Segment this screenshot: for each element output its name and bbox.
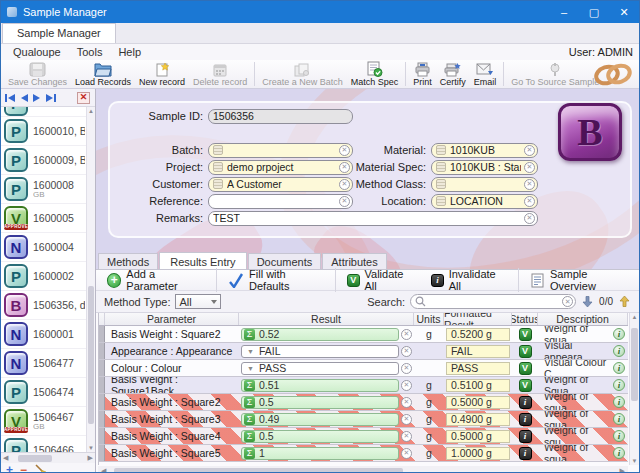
invalidate-button[interactable]: iInvalidate All xyxy=(423,270,515,290)
header-parameter[interactable]: Parameter xyxy=(105,313,239,325)
reference-field[interactable] xyxy=(208,194,353,209)
matchspec-button[interactable]: Match Spec xyxy=(347,60,403,88)
table-row[interactable]: Basis Weight : Square3Σ0.49g0.4900 giWei… xyxy=(99,411,628,428)
result-field[interactable]: Σ0.49 xyxy=(241,413,399,426)
clear-result-icon[interactable] xyxy=(401,397,412,408)
scrollbar-thumb[interactable] xyxy=(18,455,52,462)
project-field[interactable]: demo prpoject xyxy=(208,160,353,175)
sidebar-vertical-scrollbar[interactable]: ▲ ▼ xyxy=(86,107,95,452)
invalid-status-icon[interactable]: i xyxy=(519,396,532,409)
info-icon[interactable]: i xyxy=(613,362,625,374)
find-next-icon[interactable] xyxy=(581,295,594,308)
menu-help[interactable]: Help xyxy=(110,45,149,59)
search-box[interactable] xyxy=(410,294,576,309)
sidebar-horizontal-scrollbar[interactable]: ◀ ▶ xyxy=(1,452,95,463)
scroll-up-icon[interactable]: ▲ xyxy=(87,108,95,114)
result-field[interactable]: ▼FAIL xyxy=(241,345,399,358)
sample-list-item[interactable]: N1600004 xyxy=(1,233,95,262)
table-row[interactable]: Basis Weight : Square1BackΣ0.51g0.5100 g… xyxy=(99,377,628,394)
table-row[interactable]: Basis Weight : Square2Σ0.5g0.5000 giWeig… xyxy=(99,394,628,411)
grid-horizontal-scrollbar[interactable]: ◀ ▶ xyxy=(98,466,628,473)
folder-button[interactable]: Load Records xyxy=(71,60,135,88)
method-type-select[interactable]: All xyxy=(175,294,221,309)
table-row[interactable]: Appearance : Appearance▼FAILFAILVVisual … xyxy=(99,343,628,360)
check-button[interactable]: Fill with Defaults xyxy=(220,270,332,290)
result-field[interactable]: Σ0.51 xyxy=(241,379,399,392)
valid-status-icon[interactable]: V xyxy=(519,379,532,392)
scrollbar-thumb[interactable] xyxy=(114,468,402,473)
sample-list-item[interactable]: P1506466 xyxy=(1,436,95,452)
lookup-icon[interactable] xyxy=(436,179,446,189)
table-row[interactable]: Colour : Colour▼PASSPASSVVisual Colour C… xyxy=(99,360,628,377)
clear-icon[interactable] xyxy=(524,145,535,156)
menu-tools[interactable]: Tools xyxy=(69,45,111,59)
email-button[interactable]: Email xyxy=(470,60,501,88)
header-units[interactable]: Units xyxy=(414,313,444,325)
sample-list-item[interactable]: N1600001 xyxy=(1,320,95,349)
lookup-icon[interactable] xyxy=(436,162,446,172)
close-button[interactable]: ✕ xyxy=(609,1,639,23)
scroll-left-icon[interactable]: ◀ xyxy=(3,454,8,462)
material-spec-field[interactable]: 1010KUB : Standard DAI xyxy=(431,160,538,175)
sample-list-item[interactable]: P1600009, BAT xyxy=(1,146,95,175)
scroll-down-icon[interactable]: ▼ xyxy=(630,458,639,464)
clear-result-icon[interactable] xyxy=(401,329,412,340)
header-status[interactable]: Status xyxy=(512,313,538,325)
batch-field[interactable] xyxy=(208,143,353,158)
sample-list-item[interactable]: P1600002 xyxy=(1,262,95,291)
sample-list-item[interactable]: P1600010, BAT xyxy=(1,117,95,146)
table-row[interactable]: Basis Weight : Square2Σ0.52g0.5200 gVWei… xyxy=(99,326,628,343)
lookup-icon[interactable] xyxy=(213,162,223,172)
invalid-status-icon[interactable]: i xyxy=(519,430,532,443)
batch-button[interactable]: Create a New Batch xyxy=(258,60,347,88)
scrollbar-thumb[interactable] xyxy=(631,328,638,401)
close-list-icon[interactable]: ✕ xyxy=(77,92,90,104)
valid-status-icon[interactable]: V xyxy=(519,362,532,375)
broom-icon[interactable] xyxy=(34,463,47,473)
search-input[interactable] xyxy=(429,295,559,308)
customer-field[interactable]: A Customer xyxy=(208,177,353,192)
lookup-icon[interactable] xyxy=(436,196,446,206)
valid-status-icon[interactable]: V xyxy=(519,345,532,358)
add-icon[interactable]: + xyxy=(6,465,13,473)
save-button[interactable]: Save Changes xyxy=(4,60,71,88)
info-icon[interactable]: i xyxy=(613,345,625,357)
info-icon[interactable]: i xyxy=(613,328,625,340)
clear-result-icon[interactable] xyxy=(401,346,412,357)
source-button[interactable]: Go To Source Sample xyxy=(507,60,603,88)
sample-list-item[interactable]: P1600008GB xyxy=(1,175,95,204)
result-field[interactable]: Σ1 xyxy=(241,447,399,460)
info-icon[interactable]: i xyxy=(613,430,625,442)
clear-icon[interactable] xyxy=(524,179,535,190)
invalid-status-icon[interactable]: i xyxy=(519,447,532,460)
calendar-button[interactable]: Delete record xyxy=(189,60,251,88)
app-tab-sample-manager[interactable]: Sample Manager xyxy=(2,23,116,43)
method-class-field[interactable] xyxy=(431,177,538,192)
scroll-up-icon[interactable]: ▲ xyxy=(630,314,639,320)
add-button[interactable]: +Add a Parameter xyxy=(99,270,213,290)
maximize-button[interactable]: ▢ xyxy=(579,1,609,23)
sample-list-item[interactable]: VAPPROVED1506467GB xyxy=(1,407,95,436)
scroll-down-icon[interactable]: ▼ xyxy=(87,445,95,451)
info-icon[interactable]: i xyxy=(613,447,625,459)
grid-vertical-scrollbar[interactable]: ▲ ▼ xyxy=(629,313,639,465)
table-row[interactable]: Basis Weight : Square4Σ0.5g0.5000 giWeig… xyxy=(99,428,628,445)
location-field[interactable]: LOCATION xyxy=(431,194,538,209)
clear-icon[interactable] xyxy=(524,213,535,224)
next-record-icon[interactable] xyxy=(32,93,42,103)
scroll-right-icon[interactable]: ▶ xyxy=(88,454,93,462)
result-field[interactable]: ▼PASS xyxy=(241,362,399,375)
lookup-icon[interactable] xyxy=(436,145,446,155)
lookup-icon[interactable] xyxy=(213,179,223,189)
info-icon[interactable]: i xyxy=(613,413,625,425)
minimize-button[interactable]: – xyxy=(549,1,579,23)
scrollbar-thumb[interactable] xyxy=(88,286,94,424)
sample-list-item[interactable]: N1506477 xyxy=(1,349,95,378)
header-description[interactable]: Description xyxy=(538,313,628,325)
clear-result-icon[interactable] xyxy=(401,414,412,425)
overview-button[interactable]: Sample Overview xyxy=(522,270,639,290)
scroll-left-icon[interactable]: ◀ xyxy=(101,467,106,473)
first-record-icon[interactable] xyxy=(4,93,16,103)
clear-result-icon[interactable] xyxy=(401,431,412,442)
result-field[interactable]: Σ0.52 xyxy=(241,328,399,341)
